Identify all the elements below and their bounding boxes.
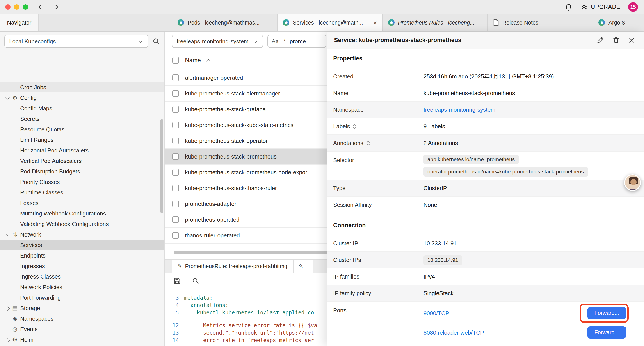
detail-key-label: Type	[333, 185, 346, 191]
edit-icon[interactable]	[596, 36, 604, 44]
table-row-alertmanager-operated[interactable]: alertmanager-operated	[165, 70, 333, 86]
row-checkbox[interactable]	[172, 185, 179, 191]
table-row-kube-prometheus-stack-prometheus[interactable]: kube-prometheus-stack-prometheus	[165, 149, 333, 165]
sidebar-item-config-maps[interactable]: Config Maps	[0, 103, 164, 113]
bell-icon[interactable]	[565, 3, 572, 11]
tab-argo-s[interactable]: Argo S	[593, 14, 644, 31]
row-checkbox[interactable]	[172, 106, 179, 113]
sidebar-item-storage[interactable]: ▤Storage	[0, 303, 164, 313]
back-button[interactable]	[37, 3, 45, 11]
editor-search-icon[interactable]	[192, 277, 199, 284]
delete-icon[interactable]	[612, 36, 620, 44]
tab-prometheus-rules-icecheng[interactable]: Prometheus Rules - icecheng...	[383, 14, 488, 31]
sidebar-item-network[interactable]: ⇅Network	[0, 229, 164, 240]
sidebar-item-access-control[interactable]: ◉Access Control	[0, 345, 164, 346]
sidebar-item-cron-jobs[interactable]: Cron Jobs	[0, 82, 164, 92]
row-checkbox[interactable]	[172, 232, 179, 239]
chevron-down-icon[interactable]	[4, 233, 10, 236]
horizontal-scrollbar[interactable]	[174, 251, 328, 254]
table-row-kube-prometheus-stack-operator[interactable]: kube-prometheus-stack-operator	[165, 133, 333, 149]
chevron-right-icon[interactable]	[4, 307, 10, 310]
detail-key-label: Created	[333, 73, 354, 80]
table-row-kube-prometheus-stack-thanos-ruler[interactable]: kube-prometheus-stack-thanos-ruler	[165, 180, 333, 196]
code-line-12: 12 Metrics service error rate is {{ $va	[165, 322, 333, 329]
avatar[interactable]	[624, 174, 641, 191]
table-row-kube-prometheus-stack-grafana[interactable]: kube-prometheus-stack-grafana	[165, 102, 333, 117]
table-row-kube-prometheus-stack-kube-state-metrics[interactable]: kube-prometheus-stack-kube-state-metrics	[165, 117, 333, 133]
table-row-prometheus-operated[interactable]: prometheus-operated	[165, 212, 333, 228]
port-link-9090-tcp[interactable]: 9090/TCP	[424, 310, 449, 317]
chevron-right-icon[interactable]	[4, 338, 10, 341]
sidebar-item-port-forwarding[interactable]: Port Forwarding	[0, 292, 164, 303]
sidebar-search-icon[interactable]	[152, 37, 160, 45]
notification-badge[interactable]: 15	[628, 2, 638, 11]
kubeconfig-selector[interactable]: Local Kubeconfigs	[4, 34, 148, 48]
table-row-thanos-ruler-operated[interactable]: thanos-ruler-operated	[165, 228, 333, 244]
row-checkbox[interactable]	[172, 169, 179, 176]
sidebar-item-validating-webhook-configurations[interactable]: Validating Webhook Configurations	[0, 219, 164, 229]
namespace-filter[interactable]: freeleaps-monitoring-system	[172, 34, 263, 48]
sort-updown-icon[interactable]	[353, 123, 357, 129]
tab-release-notes[interactable]: Release Notes	[488, 14, 593, 31]
sidebar-item-label: Network Policies	[20, 284, 62, 290]
table-row-kube-prometheus-stack-alertmanager[interactable]: kube-prometheus-stack-alertmanager	[165, 86, 333, 102]
match-case-toggle[interactable]: Aa	[272, 38, 278, 44]
row-checkbox[interactable]	[172, 90, 179, 97]
row-checkbox[interactable]	[172, 216, 179, 223]
regex-toggle[interactable]: .*	[282, 38, 286, 44]
resource-search-input[interactable]: Aa .* prome	[268, 34, 326, 48]
sort-updown-icon[interactable]	[366, 140, 370, 146]
detail-value: ClusterIP	[424, 185, 638, 191]
tab-close-icon[interactable]: ×	[373, 19, 378, 26]
line-number: 3	[165, 294, 184, 302]
sidebar-item-leases[interactable]: Leases	[0, 198, 164, 208]
sidebar-item-horizontal-pod-autoscalers[interactable]: Horizontal Pod Autoscalers	[0, 145, 164, 155]
forward-button-8080-reloader-web-tcp[interactable]: Forward...	[588, 326, 626, 339]
tab-services-icecheng-math[interactable]: Services - icecheng@math...×	[278, 14, 383, 31]
sidebar-item-config[interactable]: ⚙Config	[0, 92, 164, 103]
yaml-editor[interactable]: 3metadata:4 annotations:5 kubectl.kubern…	[165, 288, 333, 346]
sidebar-item-pod-disruption-budgets[interactable]: Pod Disruption Budgets	[0, 166, 164, 177]
sidebar-item-limit-ranges[interactable]: Limit Ranges	[0, 134, 164, 145]
table-row-kube-prometheus-stack-prometheus-node-expor[interactable]: kube-prometheus-stack-prometheus-node-ex…	[165, 165, 333, 180]
sidebar-item-ingress-classes[interactable]: Ingress Classes	[0, 271, 164, 282]
row-checkbox[interactable]	[172, 122, 179, 128]
forward-button[interactable]	[52, 3, 60, 11]
sidebar-item-services[interactable]: Services	[0, 240, 164, 250]
navigator-panel-header: Navigator	[0, 14, 38, 31]
row-checkbox[interactable]	[172, 201, 179, 207]
sidebar-item-events[interactable]: ◷Events	[0, 324, 164, 334]
window-zoom-button[interactable]	[23, 4, 28, 9]
window-minimize-button[interactable]	[14, 4, 19, 9]
sidebar-item-namespaces[interactable]: ◈Namespaces	[0, 313, 164, 324]
sidebar-item-runtime-classes[interactable]: Runtime Classes	[0, 187, 164, 198]
select-all-checkbox[interactable]	[172, 57, 179, 63]
forward-button-9090-tcp[interactable]: Forward...	[588, 307, 626, 319]
row-checkbox[interactable]	[172, 153, 179, 160]
port-link-8080-reloader-web-tcp[interactable]: 8080:reloader-web/TCP	[424, 329, 484, 336]
close-icon[interactable]	[627, 36, 636, 44]
save-icon[interactable]	[174, 277, 180, 284]
table-row-prometheus-adapter[interactable]: prometheus-adapter	[165, 196, 333, 212]
sidebar-item-mutating-webhook-configurations[interactable]: Mutating Webhook Configurations	[0, 208, 164, 219]
editor-tab-prometheusrule[interactable]: ✎ PrometheusRule: freeleaps-prod-rabbitm…	[172, 260, 293, 273]
sidebar-item-endpoints[interactable]: Endpoints	[0, 250, 164, 261]
chevron-down-icon[interactable]	[4, 96, 10, 99]
window-close-button[interactable]	[5, 4, 10, 9]
sidebar-item-resource-quotas[interactable]: Resource Quotas	[0, 124, 164, 134]
upgrade-button[interactable]: UPGRADE	[580, 3, 620, 10]
sidebar-item-secrets[interactable]: Secrets	[0, 113, 164, 124]
sidebar-item-helm[interactable]: ☸Helm	[0, 334, 164, 345]
row-checkbox[interactable]	[172, 137, 179, 144]
sidebar-scrollbar[interactable]	[160, 119, 163, 213]
sidebar-item-network-policies[interactable]: Network Policies	[0, 282, 164, 292]
sort-ascending-icon[interactable]	[206, 59, 211, 63]
sidebar-item-priority-classes[interactable]: Priority Classes	[0, 177, 164, 187]
name-column-header[interactable]: Name	[185, 57, 201, 63]
editor-tab-secondary[interactable]: ✎	[293, 260, 313, 273]
sidebar-item-ingresses[interactable]: Ingresses	[0, 261, 164, 271]
tab-pods-icecheng-mathmas[interactable]: Pods - icecheng@mathmas...	[172, 14, 278, 31]
sidebar-item-vertical-pod-autoscalers[interactable]: Vertical Pod Autoscalers	[0, 155, 164, 166]
link-freeleaps-monitoring-system[interactable]: freeleaps-monitoring-system	[424, 106, 638, 113]
row-checkbox[interactable]	[172, 74, 179, 81]
